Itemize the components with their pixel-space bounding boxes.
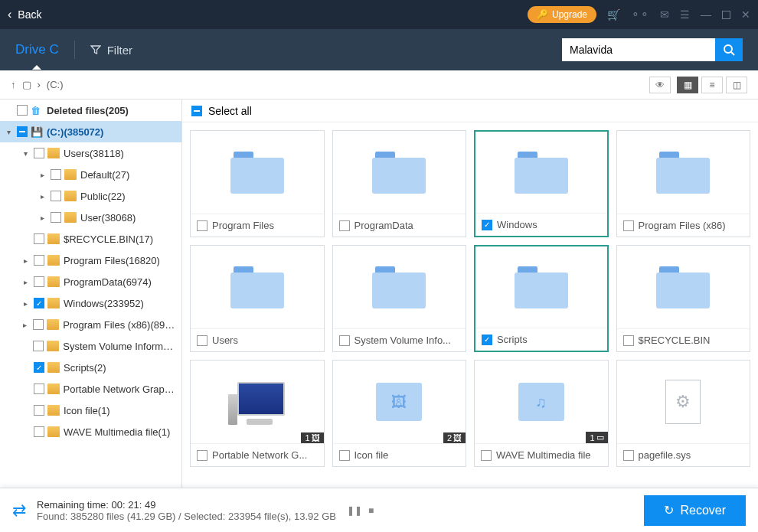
tree-label: Program Files(16820) [64,255,160,266]
folder-icon [47,426,60,437]
tree-row[interactable]: ▸✓Windows(233952) [0,292,181,314]
tree-checkbox[interactable] [51,191,61,201]
card-checkbox[interactable] [481,450,492,461]
share-icon[interactable]: ⚬⚬ [631,8,649,21]
expand-toggle[interactable]: ▾ [3,128,14,136]
tree-label: User(38068) [80,212,136,224]
file-card[interactable]: $RECYCLE.BIN [616,245,751,352]
file-card[interactable]: 🖼2 🖼Icon file [332,360,467,467]
expand-toggle[interactable]: ▸ [20,321,30,329]
expand-toggle[interactable]: ▸ [20,299,31,308]
expand-toggle[interactable]: ▸ [20,256,31,265]
card-checkbox[interactable] [623,220,634,231]
detail-view-button[interactable]: ◫ [726,77,747,93]
card-checkbox[interactable] [197,335,207,346]
tree-row[interactable]: ▸Default(27) [0,164,181,185]
file-card[interactable]: Users [190,245,325,352]
file-card[interactable]: ⚙pagefile.sys [616,360,751,467]
tree-row[interactable]: Icon file(1) [0,400,181,421]
tree-row[interactable]: System Volume Information [0,335,181,357]
card-checkbox[interactable] [339,335,350,346]
stop-button[interactable]: ■ [368,505,374,516]
pause-button[interactable]: ❚❚ [347,505,362,516]
tree-row[interactable]: ▸Program Files(16820) [0,250,181,271]
tree-row[interactable]: WAVE Multimedia file(1) [0,421,181,442]
file-card[interactable]: ✓Windows [474,130,609,237]
tree-checkbox[interactable] [33,341,44,351]
file-card[interactable]: 1 🖼Portable Network G... [190,360,325,467]
search-button[interactable] [715,38,743,61]
tree-checkbox[interactable]: ✓ [34,362,44,373]
tree-row[interactable]: ✓Scripts(2) [0,357,181,378]
maximize-icon[interactable] [722,11,730,19]
card-checkbox[interactable] [197,220,207,231]
list-view-button[interactable]: ≡ [701,77,723,93]
file-card[interactable]: Program Files (x86) [616,130,751,237]
breadcrumb-text[interactable]: (C:) [47,79,64,90]
tree-checkbox[interactable] [51,212,61,223]
tree-checkbox[interactable] [33,319,44,330]
card-checkbox[interactable] [339,220,350,231]
upgrade-button[interactable]: 🔑 Upgrade [528,6,596,23]
tree-row[interactable]: 🗑Deleted files(205) [0,100,181,121]
card-checkbox[interactable] [197,450,207,461]
tree-checkbox[interactable] [34,148,44,158]
file-card[interactable]: ProgramData [332,130,467,237]
recover-button[interactable]: ↻ Recover [644,495,746,526]
drive-tab[interactable]: Drive C [15,42,59,57]
card-footer: ProgramData [333,214,466,237]
expand-toggle[interactable]: ▸ [37,214,47,222]
close-icon[interactable]: ✕ [741,8,750,21]
select-all-checkbox[interactable] [191,106,202,116]
expand-toggle[interactable]: ▾ [20,149,31,158]
select-all-bar: Select all [182,100,758,122]
tree-checkbox[interactable] [34,426,44,437]
card-body: 1 🖼 [191,361,324,443]
tree-checkbox[interactable] [34,276,44,287]
tree-row[interactable]: Portable Network Graphics [0,378,181,400]
tree-checkbox[interactable] [34,405,44,416]
tree-row[interactable]: ▸Public(22) [0,185,181,207]
tree-checkbox[interactable] [34,383,44,394]
cart-icon[interactable]: 🛒 [607,8,620,21]
expand-toggle[interactable]: ▸ [37,171,47,179]
card-checkbox[interactable] [339,450,350,461]
card-footer: System Volume Info... [333,328,466,351]
up-icon[interactable]: ↑ [11,79,16,90]
tree-row[interactable]: ▾💾(C:)(385072) [0,121,181,142]
tree-row[interactable]: ▾Users(38118) [0,142,181,164]
tree-row[interactable]: ▸User(38068) [0,207,181,228]
minimize-icon[interactable]: — [701,8,711,21]
expand-toggle[interactable]: ▸ [20,278,31,286]
card-checkbox[interactable] [623,335,634,346]
tree-row[interactable]: $RECYCLE.BIN(17) [0,228,181,250]
status-line2: Found: 385280 files (41.29 GB) / Selecte… [37,511,336,522]
tree-checkbox[interactable]: ✓ [34,298,44,308]
folder-icon [47,319,59,330]
card-checkbox[interactable]: ✓ [482,335,492,345]
card-checkbox[interactable]: ✓ [482,220,492,230]
breadcrumb-drive-icon[interactable]: ▢ [22,79,31,90]
card-footer: WAVE Multimedia file [475,443,608,466]
file-card[interactable]: System Volume Info... [332,245,467,352]
grid-view-button[interactable]: ▦ [677,77,698,93]
file-card[interactable]: Program Files [190,130,325,237]
tree-checkbox[interactable] [34,255,44,266]
search-input[interactable] [562,38,715,61]
card-checkbox[interactable] [623,450,634,461]
tree-checkbox[interactable] [51,169,61,180]
tree-checkbox[interactable] [17,126,28,137]
tree-row[interactable]: ▸ProgramData(6974) [0,271,181,292]
file-card[interactable]: ✓Scripts [474,245,609,352]
preview-button[interactable]: 👁 [649,77,671,93]
filter-button[interactable]: Filter [90,44,132,57]
tree-checkbox[interactable] [17,105,28,116]
tree-checkbox[interactable] [34,233,44,244]
tree-row[interactable]: ▸Program Files (x86)(89185) [0,314,181,335]
expand-toggle[interactable]: ▸ [37,192,47,201]
menu-icon[interactable]: ☰ [680,8,690,21]
file-card[interactable]: ♫1 ▭WAVE Multimedia file [474,360,609,467]
back-button[interactable]: ‹ Back [8,8,41,21]
feedback-icon[interactable]: ✉ [660,8,669,21]
tree-label: System Volume Information [63,341,178,352]
